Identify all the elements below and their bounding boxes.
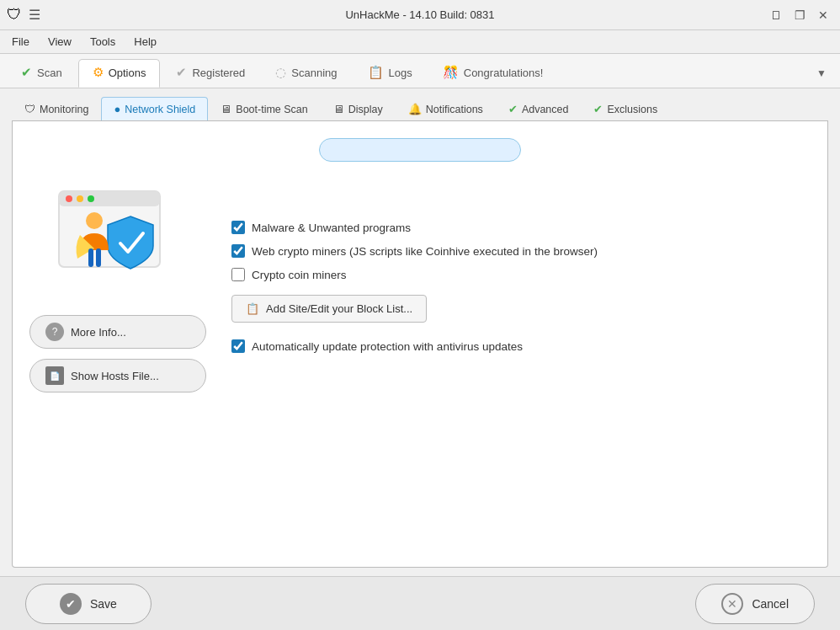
shield-toggle-pill[interactable] [319,138,521,162]
cancel-label: Cancel [752,597,789,611]
tab-scan-label: Scan [37,67,62,79]
web-crypto-checkbox[interactable] [231,244,245,258]
tab-scan[interactable]: ✔ Scan [7,59,77,88]
subtab-notifications[interactable]: 🔔 Notifications [396,97,496,120]
tab-congratulations[interactable]: 🎊 Congratulations! [428,59,558,88]
save-icon: ✔ [60,593,82,615]
auto-update-label[interactable]: Automatically update protection with ant… [252,340,523,353]
menu-file[interactable]: File [3,34,38,50]
shield-right: Malware & Unwanted programs Web crypto m… [231,170,811,550]
block-list-button[interactable]: 📋 Add Site/Edit your Block List... [231,295,427,323]
svg-rect-7 [96,248,101,267]
subtab-advanced-label: Advanced [522,104,569,115]
subtab-boot-time[interactable]: 🖥 Boot-time Scan [208,97,320,120]
tab-options-label: Options [109,67,146,79]
more-info-button[interactable]: ? More Info... [29,315,206,349]
tab-registered-label: Registered [192,67,245,79]
svg-rect-1 [59,191,160,206]
svg-point-5 [86,212,103,229]
registered-icon: ✔ [176,65,187,80]
cancel-button[interactable]: ✕ Cancel [695,584,815,624]
svg-point-2 [66,195,72,202]
tab-logs[interactable]: 📋 Logs [354,59,427,88]
subtab-notifications-label: Notifications [426,104,483,115]
options-icon: ⚙ [93,65,104,80]
tab-scanning-label: Scanning [291,67,337,79]
auto-update-row: Automatically update protection with ant… [231,339,811,353]
block-list-label: Add Site/Edit your Block List... [266,302,412,315]
crypto-coin-checkbox-item: Crypto coin miners [231,268,811,281]
menu-icon: ☰ [29,7,40,23]
crypto-coin-label[interactable]: Crypto coin miners [252,269,347,281]
svg-rect-6 [88,248,93,267]
bottom-bar: ✔ Save ✕ Cancel [0,576,840,630]
subtab-display-label: Display [348,104,383,115]
main-panel: ? More Info... 📄 Show Hosts File... Malw… [12,121,828,568]
notifications-icon: 🔔 [408,103,422,115]
crypto-coin-checkbox[interactable] [231,268,245,281]
menu-view[interactable]: View [40,34,80,50]
tab-registered[interactable]: ✔ Registered [162,59,259,88]
subtab-network-shield[interactable]: ● Network Shield [101,97,208,120]
svg-point-4 [88,195,94,202]
subtab-monitoring[interactable]: 🛡 Monitoring [12,97,101,120]
more-info-label: More Info... [71,326,126,339]
main-tabs: ✔ Scan ⚙ Options ✔ Registered ◌ Scanning… [0,54,840,88]
malware-checkbox-item: Malware & Unwanted programs [231,221,811,234]
save-label: Save [90,597,117,611]
malware-checkbox[interactable] [231,221,245,234]
minimize-button[interactable]: 🗌 [766,5,786,25]
boot-time-icon: 🖥 [221,103,231,115]
titlebar: 🛡 ☰ UnHackMe - 14.10 Build: 0831 🗌 ❐ ✕ [0,0,840,30]
logs-icon: 📋 [368,65,384,80]
menubar: File View Tools Help [0,30,840,54]
restore-button[interactable]: ❐ [789,5,810,25]
app-icon: 🛡 [7,6,22,24]
menu-help[interactable]: Help [125,34,165,50]
close-button[interactable]: ✕ [813,5,833,25]
shield-illustration [29,170,181,305]
scanning-icon: ◌ [275,65,286,80]
subtab-display[interactable]: 🖥 Display [321,97,396,120]
dropdown-arrow-icon[interactable]: ▼ [810,64,833,83]
content-area: 🛡 Monitoring ● Network Shield 🖥 Boot-tim… [0,88,840,576]
tab-scanning[interactable]: ◌ Scanning [261,59,351,88]
block-list-icon: 📋 [246,302,259,315]
tab-options[interactable]: ⚙ Options [78,59,161,88]
malware-label[interactable]: Malware & Unwanted programs [252,222,411,234]
titlebar-controls: 🗌 ❐ ✕ [766,5,833,25]
show-hosts-label: Show Hosts File... [71,370,159,382]
app-title: UnHackMe - 14.10 Build: 0831 [345,8,494,21]
subtab-exclusions-label: Exclusions [607,104,657,115]
sub-tabs: 🛡 Monitoring ● Network Shield 🖥 Boot-tim… [12,97,828,121]
subtab-advanced[interactable]: ✔ Advanced [496,97,582,120]
web-crypto-checkbox-item: Web crypto miners (JS scripts like Coinh… [231,244,811,258]
shield-left: ? More Info... 📄 Show Hosts File... [29,170,206,550]
tab-logs-label: Logs [389,67,412,79]
dropdown-area: ▼ [810,64,833,88]
show-hosts-button[interactable]: 📄 Show Hosts File... [29,359,206,392]
subtab-exclusions[interactable]: ✔ Exclusions [581,97,670,120]
network-shield-icon: ● [114,103,120,115]
auto-update-checkbox[interactable] [231,339,245,353]
subtab-network-shield-label: Network Shield [125,104,195,115]
subtab-monitoring-label: Monitoring [40,104,88,115]
hosts-icon: 📄 [45,366,64,385]
subtab-boot-label: Boot-time Scan [236,104,307,115]
save-button[interactable]: ✔ Save [25,584,152,624]
shield-content: ? More Info... 📄 Show Hosts File... Malw… [29,170,811,550]
display-icon: 🖥 [333,103,344,115]
tab-congrats-label: Congratulations! [464,67,544,79]
congrats-icon: 🎊 [443,65,459,80]
info-icon: ? [45,323,64,341]
scan-icon: ✔ [21,65,32,80]
monitoring-icon: 🛡 [24,103,35,115]
titlebar-left: 🛡 ☰ [7,6,40,24]
shield-toggle-bar [29,138,811,162]
svg-point-3 [77,195,83,202]
exclusions-icon: ✔ [593,103,603,115]
menu-tools[interactable]: Tools [82,34,124,50]
web-crypto-label[interactable]: Web crypto miners (JS scripts like Coinh… [252,245,598,258]
advanced-icon: ✔ [508,103,518,115]
cancel-icon: ✕ [721,593,743,615]
